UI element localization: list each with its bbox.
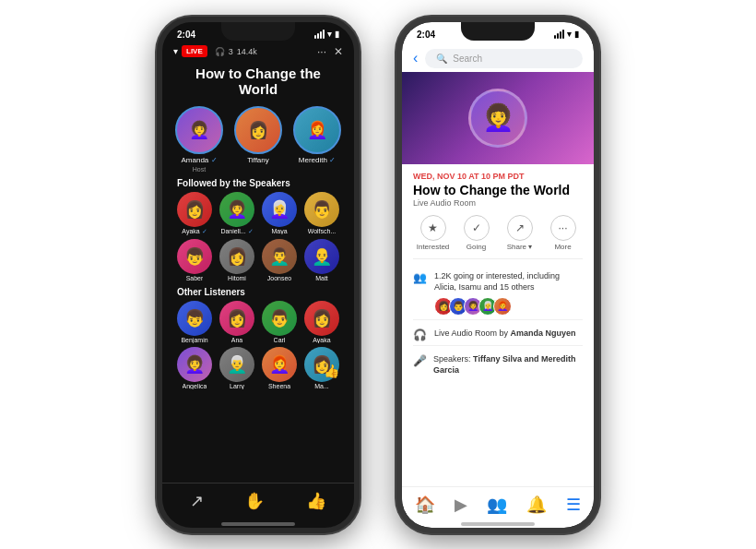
avatar-angelica: 👩‍🦱: [177, 347, 212, 382]
list-item: 👩‍🦳 Maya: [262, 192, 297, 235]
list-item: 👩 Ana: [219, 301, 254, 343]
name-hitomi: Hitomi: [228, 275, 246, 281]
share-button[interactable]: ↗ Share ▾: [500, 215, 539, 251]
wifi-icon: ▾: [327, 30, 332, 39]
listener-count: 3: [229, 47, 233, 56]
nav-home-icon[interactable]: 🏠: [415, 495, 435, 515]
avatar-joonseo: 👨‍🦱: [262, 239, 297, 274]
going-button[interactable]: ✓ Going: [456, 215, 496, 251]
speakers-info-row: 🎤 Speakers: Tiffany Silva and Meredith G…: [413, 350, 583, 380]
close-icon[interactable]: ✕: [334, 45, 343, 58]
headphone-icon: 🎧: [215, 47, 225, 56]
nav-video-icon[interactable]: ▶: [455, 495, 467, 515]
avatar-ana: 👩: [219, 301, 254, 336]
audio-room-text: Live Audio Room by Amanda Nguyen: [434, 328, 576, 340]
listeners-row-2: 👩‍🦱 Angelica 👨‍🦳 Larry 👩‍🦰 Sheena 👩 Ma..…: [162, 345, 354, 391]
list-item: 👩‍🦱 Daniell... ✓: [219, 192, 254, 235]
nav-bell-icon[interactable]: 🔔: [526, 495, 547, 515]
interested-label: Interested: [417, 243, 450, 251]
nav-menu-icon[interactable]: ☰: [566, 495, 581, 515]
time-right: 2:04: [417, 30, 435, 40]
list-item: 👨 Wolfsch...: [304, 192, 339, 235]
list-item: 👩 Ma... 👍: [304, 347, 339, 389]
followed-row-2: 👦 Saber 👩 Hitomi 👨‍🦱 Joonseo 👨‍🦲 Matt: [162, 237, 354, 283]
name-matt: Matt: [315, 275, 328, 281]
list-item: 👩‍🦱 Angelica: [177, 347, 212, 389]
nav-groups-icon[interactable]: 👥: [487, 495, 507, 515]
going-label: Going: [467, 243, 486, 251]
search-icon: 🔍: [436, 54, 447, 64]
light-nav-header: ‹ 🔍 Search: [402, 42, 594, 72]
host-name-meredith: Meredith ✓: [299, 156, 336, 164]
wifi-icon-right: ▾: [567, 30, 572, 39]
event-type: Live Audio Room: [413, 198, 583, 208]
battery-icon-right: ▮: [574, 30, 579, 39]
chevron-down-icon[interactable]: ▾: [173, 46, 178, 56]
name-ayaka: Ayaka ✓: [182, 228, 207, 235]
host-role-amanda: Host: [193, 166, 206, 173]
share-icon[interactable]: ↗: [190, 491, 204, 511]
action-row: ★ Interested ✓ Going ↗ Share ▾ ··· More: [413, 215, 583, 259]
section-followed: Followed by the Speakers: [162, 174, 354, 190]
more-icon-right: ···: [550, 215, 576, 241]
left-phone: 2:04 ▾ ▮ ▾ LIVE 🎧 3 14.4k: [157, 17, 360, 533]
name-wolfsch: Wolfsch...: [308, 228, 337, 234]
list-item: 👩 Hitomi: [219, 239, 254, 281]
list-item: 👩 Ayaka ✓: [177, 192, 212, 235]
right-screen: 2:04 ▾ ▮ ‹ 🔍 Search 👩‍🦱: [402, 22, 594, 528]
people-icon: 👥: [413, 271, 427, 284]
home-indicator-right: [461, 522, 535, 526]
avatar-saber: 👦: [177, 239, 212, 274]
search-bar[interactable]: 🔍 Search: [425, 49, 583, 68]
host-item-amanda: 👩‍🦱 Amanda ✓ Host: [175, 106, 223, 173]
raise-hand-icon[interactable]: ✋: [244, 491, 265, 511]
share-label: Share ▾: [507, 243, 533, 251]
avatar-matt: 👨‍🦲: [304, 239, 339, 274]
back-button[interactable]: ‹: [413, 50, 418, 66]
live-controls-left: ▾ LIVE 🎧 3 14.4k: [173, 45, 257, 57]
live-controls-right: ··· ✕: [317, 45, 343, 58]
avatar-larry: 👨‍🦳: [219, 347, 254, 382]
signal-icon: [314, 30, 325, 39]
list-item: 👨‍🦳 Larry: [219, 347, 254, 389]
list-item: 👦 Saber: [177, 239, 212, 281]
list-item: 👩‍🦰 Sheena: [262, 347, 297, 389]
name-sheena: Sheena: [268, 383, 290, 389]
name-daniell: Daniell... ✓: [220, 228, 253, 235]
event-title: How to Change the World: [413, 183, 583, 197]
attendee-avatars-row: 👩 👨 👩‍🦱 👩‍🦳 👩‍🦰: [434, 297, 560, 316]
right-phone: 2:04 ▾ ▮ ‹ 🔍 Search 👩‍🦱: [396, 17, 599, 533]
hosts-row: 👩‍🦱 Amanda ✓ Host 👩 Tiffany 👩‍🦰 Meredith…: [162, 101, 354, 174]
audio-room-info-row: 🎧 Live Audio Room by Amanda Nguyen: [413, 324, 583, 346]
notch-right: [461, 22, 535, 41]
home-indicator-left: [221, 522, 295, 526]
list-item: 👨 Carl: [262, 301, 297, 343]
avatar-ayaka: 👩: [177, 192, 212, 227]
views-count: 14.4k: [237, 47, 257, 56]
host-item-tiffany: 👩 Tiffany: [234, 106, 282, 173]
more-icon[interactable]: ···: [317, 45, 326, 58]
event-hero: 👩‍🦱: [402, 72, 594, 164]
avatar-benjamin: 👦: [177, 301, 212, 336]
host-name-amanda: Amanda ✓: [181, 156, 217, 164]
time-left: 2:04: [177, 30, 195, 40]
share-icon-right: ↗: [507, 215, 533, 241]
left-screen: 2:04 ▾ ▮ ▾ LIVE 🎧 3 14.4k: [162, 22, 354, 528]
mic-icon: 🎤: [413, 354, 426, 367]
live-header: ▾ LIVE 🎧 3 14.4k ··· ✕: [162, 42, 354, 62]
status-icons-right: ▾ ▮: [554, 30, 579, 39]
like-icon[interactable]: 👍: [306, 491, 326, 511]
interested-button[interactable]: ★ Interested: [413, 215, 453, 251]
avatar-amanda: 👩‍🦱: [175, 106, 223, 154]
event-date: WED, NOV 10 AT 10 PM PDT: [413, 172, 583, 181]
name-ana: Ana: [231, 337, 242, 343]
name-ma: Ma...: [314, 383, 329, 389]
status-icons-left: ▾ ▮: [314, 30, 339, 39]
attendees-text: 1.2K going or interested, including Alic…: [434, 270, 560, 293]
avatar-meredith: 👩‍🦰: [293, 106, 341, 154]
more-button[interactable]: ··· More: [543, 215, 583, 251]
event-hero-avatar: 👩‍🦱: [468, 89, 527, 148]
list-item: 👦 Benjamin: [177, 301, 212, 343]
signal-icon-right: [554, 30, 564, 39]
name-joonseo: Joonseo: [267, 275, 291, 281]
